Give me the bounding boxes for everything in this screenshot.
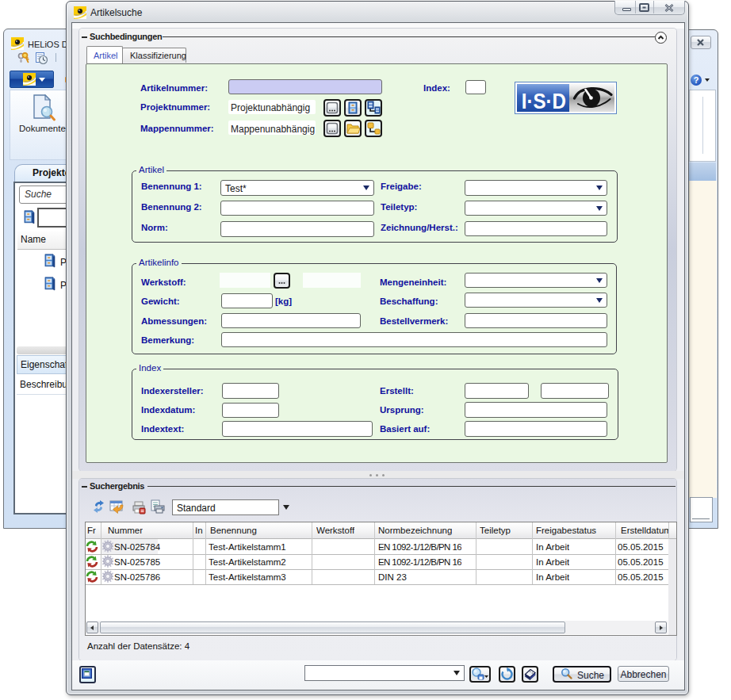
svg-text:I·S·D: I·S·D <box>522 88 566 113</box>
